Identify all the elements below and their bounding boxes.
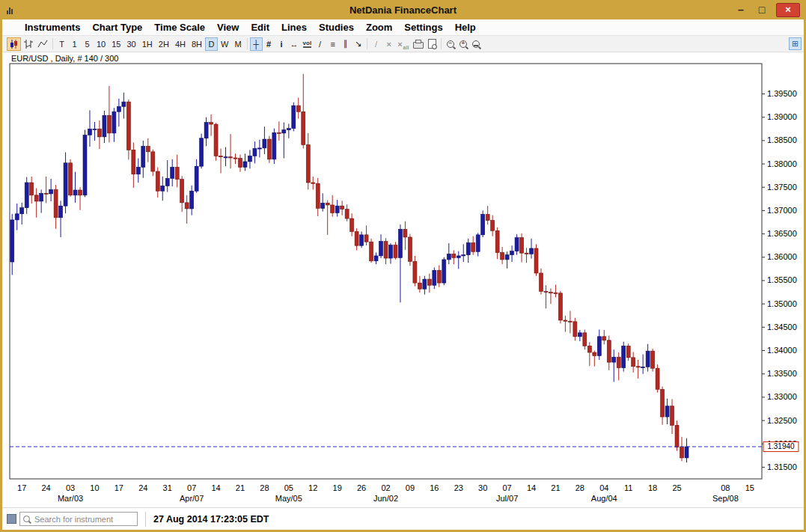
menu-item-settings[interactable]: Settings (398, 22, 448, 33)
svg-text:04: 04 (599, 483, 608, 492)
channel-icon: ∥ (344, 39, 348, 49)
svg-text:1.34500: 1.34500 (767, 322, 797, 331)
timescale-button-2h[interactable]: 2H (156, 37, 172, 51)
timescale-button-15[interactable]: 15 (109, 37, 123, 51)
svg-text:10: 10 (90, 483, 99, 492)
search-input[interactable] (33, 514, 134, 525)
print-button[interactable] (411, 37, 426, 51)
delete-all-button[interactable]: ×all (395, 37, 411, 51)
timescale-button-tick[interactable]: T (55, 37, 68, 51)
menu-item-chart-type[interactable]: Chart Type (86, 22, 148, 33)
svg-text:09: 09 (406, 483, 415, 492)
svg-text:18: 18 (648, 483, 657, 492)
svg-text:21: 21 (551, 483, 560, 492)
svg-text:1.33000: 1.33000 (767, 392, 797, 401)
menu-item-view[interactable]: View (211, 22, 245, 33)
svg-text:30: 30 (478, 483, 487, 492)
svg-text:1.31500: 1.31500 (767, 462, 797, 471)
print-preview-button[interactable] (426, 37, 439, 51)
line-chart-icon (37, 39, 48, 49)
candlestick-icon (9, 39, 19, 49)
fibonacci-button[interactable]: ≡ (326, 37, 339, 51)
search-icon (23, 516, 30, 522)
svg-text:1.39500: 1.39500 (767, 89, 797, 98)
svg-text:17: 17 (115, 483, 123, 492)
title-bar[interactable]: NetDania FinanceChart – □ × (0, 0, 806, 19)
menu-item-studies[interactable]: Studies (313, 22, 360, 33)
arrow-annotation-icon: ↘ (355, 39, 361, 49)
svg-text:15: 15 (745, 483, 754, 492)
timescale-button-30[interactable]: 30 (124, 37, 139, 51)
svg-text:24: 24 (42, 483, 51, 492)
zoom-out-button[interactable]: − (444, 37, 457, 51)
close-button[interactable]: × (776, 3, 800, 17)
svg-text:May/05: May/05 (275, 494, 302, 503)
candlestick-chart-button[interactable] (7, 37, 21, 51)
svg-text:23: 23 (454, 483, 463, 492)
toolbar-separator (247, 38, 248, 49)
menu-item-help[interactable]: Help (449, 22, 482, 33)
svg-text:26: 26 (357, 483, 366, 492)
menu-item-instruments[interactable]: Instruments (19, 22, 86, 33)
status-bar: 27 Aug 2014 17:23:05 EDT (2, 507, 804, 530)
arrows-icon: ↔ (290, 40, 299, 49)
zoom-reset-icon (472, 40, 480, 48)
ohlc-bars-icon (23, 39, 33, 49)
remove-line-icon: / (375, 40, 377, 49)
price-chart[interactable]: 1.315001.320001.325001.330001.335001.340… (2, 52, 804, 507)
arrow-annotation-button[interactable]: ↘ (352, 37, 364, 51)
timescale-button-daily[interactable]: D (205, 37, 218, 51)
svg-text:17: 17 (17, 483, 26, 492)
side-panel-button[interactable]: ⊞ (789, 37, 802, 50)
menu-item-time-scale[interactable]: Time Scale (148, 22, 211, 33)
timescale-button-8h[interactable]: 8H (189, 37, 205, 51)
instrument-search-box[interactable] (19, 512, 138, 526)
info-button[interactable]: i (275, 37, 288, 51)
svg-text:28: 28 (576, 483, 584, 492)
trendline-icon: / (319, 40, 321, 49)
zoom-in-button[interactable]: + (457, 37, 469, 51)
grid-button[interactable]: # (263, 37, 275, 51)
volume-button[interactable]: vol (301, 37, 314, 51)
timescale-button-10[interactable]: 10 (94, 37, 109, 51)
svg-text:1.36000: 1.36000 (767, 252, 797, 261)
svg-text:Apr/07: Apr/07 (180, 494, 204, 503)
zoom-reset-button[interactable] (469, 37, 482, 51)
svg-text:1.36500: 1.36500 (767, 229, 797, 238)
svg-text:Aug/04: Aug/04 (591, 494, 617, 503)
print-preview-icon (428, 39, 436, 49)
horizontal-scroll-button[interactable]: ↔ (288, 37, 301, 51)
fibonacci-icon: ≡ (330, 40, 335, 49)
ohlc-bars-chart-button[interactable] (21, 37, 35, 51)
timescale-button-weekly[interactable]: W (218, 37, 231, 51)
channel-button[interactable]: ∥ (339, 37, 352, 51)
svg-text:21: 21 (236, 483, 245, 492)
svg-text:Jul/07: Jul/07 (496, 494, 518, 503)
minimize-button[interactable]: – (734, 4, 748, 16)
timescale-button-monthly[interactable]: M (231, 37, 244, 51)
trendline-button[interactable]: / (314, 37, 326, 51)
app-window: NetDania FinanceChart – □ × Instruments … (0, 0, 806, 532)
menu-item-lines[interactable]: Lines (275, 22, 313, 33)
menu-item-zoom[interactable]: Zoom (360, 22, 398, 33)
remove-line-button[interactable]: / (370, 37, 382, 51)
grid-icon: # (266, 40, 271, 49)
svg-text:1.39000: 1.39000 (767, 112, 797, 121)
svg-text:1.37500: 1.37500 (767, 183, 797, 192)
price-axis: 1.315001.320001.325001.330001.335001.340… (762, 89, 797, 471)
crosshair-button[interactable]: ┼ (250, 37, 263, 51)
maximize-button[interactable]: □ (755, 4, 769, 16)
svg-text:1.37000: 1.37000 (767, 206, 797, 215)
svg-text:1.38500: 1.38500 (767, 135, 797, 144)
menu-bar: Instruments Chart Type Time Scale View E… (2, 19, 804, 36)
delete-selected-button[interactable]: × (382, 37, 395, 51)
timescale-button-1[interactable]: 1 (68, 37, 81, 51)
timescale-button-1h[interactable]: 1H (139, 37, 156, 51)
svg-text:Sep/08: Sep/08 (712, 494, 739, 503)
line-chart-button[interactable] (35, 37, 50, 51)
svg-text:14: 14 (211, 483, 220, 492)
volume-icon: vol (303, 40, 312, 48)
timescale-button-5[interactable]: 5 (81, 37, 94, 51)
menu-item-edit[interactable]: Edit (245, 22, 275, 33)
timescale-button-4h[interactable]: 4H (172, 37, 189, 51)
